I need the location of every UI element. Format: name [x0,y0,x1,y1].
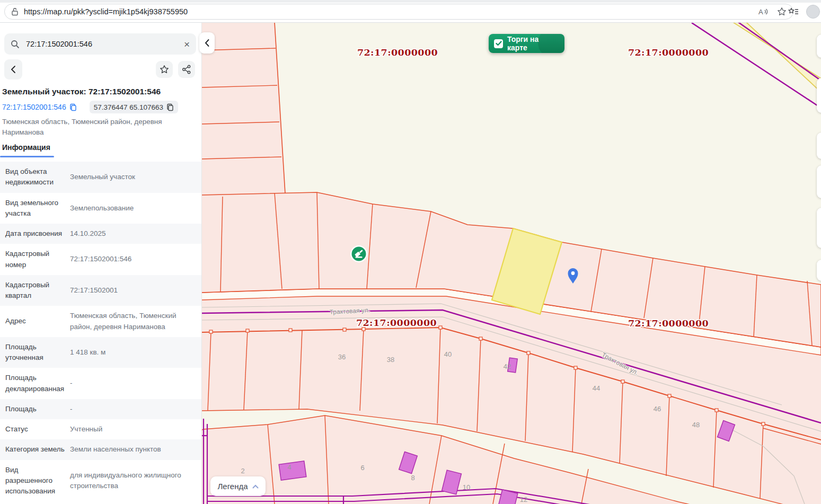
info-row-label: Статус [5,424,65,435]
info-row-label: Площадь уточненная [5,342,65,364]
map-control-button[interactable] [817,165,821,198]
parcel-number: 36 [338,353,346,361]
info-row-value: - [70,378,196,388]
tab-information[interactable]: Информация [2,143,50,152]
info-row: Площадь уточненная 1 418 кв. м [0,337,201,368]
info-table: Вид объекта недвижимости Земельный участ… [0,162,201,501]
quarter-label: 72:17:0000000 [357,47,438,58]
info-row: Вид объекта недвижимости Земельный участ… [0,162,201,193]
info-row-value: Землепользование [70,203,196,214]
info-row-label: Вид объекта недвижимости [5,166,65,188]
parcel-number: 42 [504,362,511,370]
info-panel: × Земельный участок: 72:17:1502001:546 7… [0,22,201,504]
info-row-value: для индивидуального жилищного строительс… [70,470,196,492]
search-input[interactable] [25,39,179,49]
map-control-button[interactable] [817,208,821,248]
parcel-number: 38 [387,356,394,364]
collections-icon[interactable] [788,7,799,16]
info-row-value: 14.10.2025 [70,228,196,239]
info-row-value: Земельный участок [70,172,196,182]
info-row: Адрес Тюменская область, Тюменский район… [0,306,201,337]
map-control-button[interactable] [817,260,821,281]
info-row: Статус Учтенный [0,419,201,439]
info-row: Кадастровый квартал 72:17:1502001 [0,275,201,306]
info-row-value: 72:17:1502001 [70,285,196,296]
collapse-panel-button[interactable] [199,32,215,54]
info-row: Площадь декларированная - [0,368,201,399]
parcel-number: 4 [287,463,291,471]
parcel-number: 8 [411,474,414,482]
info-row-label: Кадастровый номер [5,249,65,270]
parcel-number: 10 [463,483,470,491]
info-row-label: Площадь декларированная [5,373,65,394]
legend-button-label: Легенда [217,482,248,491]
info-row: Кадастровый номер 72:17:1502001:546 [0,244,201,275]
info-row-label: Вид земельного участка [5,198,65,219]
info-row-label: Категория земель [5,444,65,455]
svg-text:A: A [758,8,763,16]
parcel-number: 2 [241,467,244,475]
info-row-value: - [70,404,196,414]
info-row: Площадь - [0,399,201,419]
info-row: Дата присвоения 14.10.2025 [0,224,201,244]
url-text[interactable]: https://map.ru/pkk?ysclid=mjik1p54kj9387… [24,7,758,16]
favorite-object-button[interactable] [156,61,173,78]
quarter-label: 72:17:0000000 [628,47,709,58]
gavel-watermark-icon [538,34,564,53]
back-button[interactable] [4,59,22,79]
coordinates-chip[interactable]: 57.376447 65.107663 [90,101,178,113]
parcel-number: 46 [654,405,661,413]
checkbox-checked-icon [494,39,503,48]
parcel-number: 40 [444,350,452,358]
object-address: Тюменская область, Тюменский район, дере… [2,117,177,137]
info-row-value: 1 418 кв. м [70,347,196,358]
address-bar[interactable]: https://map.ru/pkk?ysclid=mjik1p54kj9387… [4,4,793,20]
info-row-value: Учтенный [70,424,196,435]
info-row: Вид разрешенного использования для индив… [0,460,201,502]
quarter-label: 72:17:0000000 [356,317,437,328]
map-control-button[interactable] [817,34,821,58]
search-icon [11,40,20,49]
cadastral-map[interactable]: Трактовая ул.Трактовая ул. 72:17:0000000… [201,22,821,504]
info-row-label: Площадь [5,404,65,414]
clear-search-icon[interactable]: × [184,39,190,49]
read-aloud-icon[interactable]: A [758,7,769,16]
parcel-number: 12 [520,496,527,503]
cadastral-number-link[interactable]: 72:17:1502001:546 [2,103,66,111]
parcel-number: 6 [360,464,364,472]
map-control-button[interactable] [817,78,821,113]
torgi-toggle-button[interactable]: Торги на карте [489,34,564,53]
copy-icon[interactable] [166,103,174,111]
info-row: Вид земельного участка Землепользование [0,193,201,224]
object-title: Земельный участок: 72:17:1502001:546 [2,87,193,96]
chevron-up-icon [252,484,259,489]
info-row-value: Земли населенных пунктов [70,444,196,455]
favorite-star-icon[interactable] [777,7,787,16]
chevron-left-icon [204,39,210,47]
tab-strip [0,0,821,3]
info-row: Категория земель Земли населенных пункто… [0,439,201,459]
info-row-label: Адрес [5,316,65,326]
tab-underline [0,156,54,157]
coordinates-value: 57.376447 65.107663 [94,103,163,111]
info-row-label: Кадастровый квартал [5,280,65,302]
share-button[interactable] [178,61,195,78]
info-row-value: Тюменская область, Тюменский район, дере… [70,311,196,332]
parcel-number: 48 [692,421,700,429]
parcel-number: 44 [593,384,600,392]
lock-icon [11,7,19,16]
info-row-label: Вид разрешенного использования [5,465,65,497]
info-row-label: Дата присвоения [5,228,65,239]
info-row-value: 72:17:1502001:546 [70,254,196,264]
map-area[interactable]: Трактовая ул.Трактовая ул. 72:17:0000000… [201,22,821,504]
copy-icon[interactable] [69,103,77,111]
browser-toolbar: https://map.ru/pkk?ysclid=mjik1p54kj9387… [0,0,821,23]
auction-marker[interactable] [350,245,367,262]
map-control-button[interactable] [817,132,821,159]
search-box[interactable]: × [4,33,196,55]
legend-button[interactable]: Легенда [210,476,266,496]
profile-avatar[interactable] [806,5,820,19]
quarter-label: 72:17:0000000 [628,318,709,329]
